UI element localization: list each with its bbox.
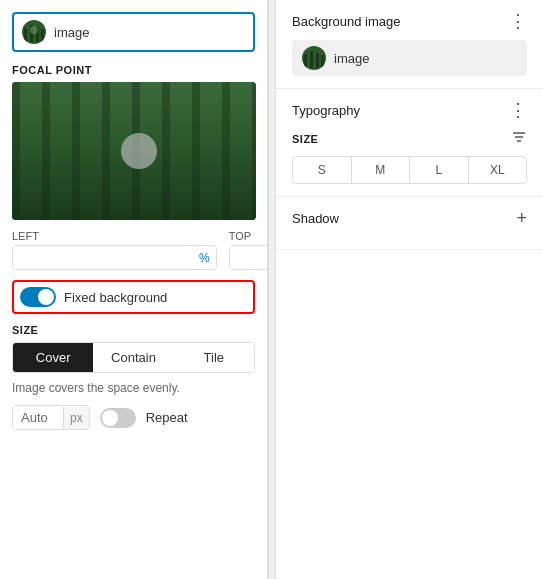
svg-point-5	[30, 26, 38, 34]
background-image-menu[interactable]: ⋮	[509, 12, 527, 30]
left-coord-input[interactable]	[13, 246, 193, 269]
size-btn-tile[interactable]: Tile	[174, 343, 254, 372]
fixed-background-toggle[interactable]	[20, 287, 56, 307]
svg-rect-8	[310, 51, 313, 68]
size-btn-cover[interactable]: Cover	[13, 343, 93, 372]
typography-header: Typography ⋮	[292, 101, 527, 119]
left-coord-input-wrap: %	[12, 245, 217, 270]
size-section-label: SIZE	[12, 324, 255, 336]
focal-point-label: FOCAL POINT	[12, 64, 255, 76]
size-opt-l[interactable]: L	[409, 157, 468, 183]
size-buttons: Cover Contain Tile	[12, 342, 255, 373]
image-selector-label: image	[54, 25, 89, 40]
typography-size-options: S M L XL	[292, 156, 527, 184]
background-image-item-label: image	[334, 51, 369, 66]
focal-point-container[interactable]	[12, 82, 256, 220]
svg-rect-9	[316, 53, 319, 68]
typography-section: Typography ⋮ SIZE S M L XL	[276, 89, 543, 197]
svg-rect-4	[41, 29, 44, 42]
focal-dot[interactable]	[121, 133, 157, 169]
repeat-toggle[interactable]	[100, 408, 136, 428]
size-hint: Image covers the space evenly.	[12, 381, 255, 395]
size-section: SIZE Cover Contain Tile Image covers the…	[12, 324, 255, 395]
left-coord-group: LEFT %	[12, 230, 217, 270]
size-opt-s[interactable]: S	[293, 157, 351, 183]
top-coord-label: TOP	[229, 230, 268, 242]
shadow-add-button[interactable]: +	[516, 209, 527, 227]
image-thumb	[22, 20, 46, 44]
repeat-label: Repeat	[146, 410, 188, 425]
filter-icon[interactable]	[511, 129, 527, 148]
top-coord-input[interactable]	[230, 246, 268, 269]
image-selector[interactable]: image	[12, 12, 255, 52]
panel-divider	[268, 0, 276, 579]
top-coord-group: TOP %	[229, 230, 268, 270]
background-image-item[interactable]: image	[292, 40, 527, 76]
background-image-section: Background image ⋮ image	[276, 0, 543, 89]
top-coord-input-wrap: %	[229, 245, 268, 270]
typography-size-row: SIZE	[292, 129, 527, 148]
fixed-background-label: Fixed background	[64, 290, 167, 305]
coords-row: LEFT % TOP %	[12, 230, 255, 270]
left-coord-label: LEFT	[12, 230, 217, 242]
typography-title: Typography	[292, 103, 360, 118]
background-image-header: Background image ⋮	[292, 12, 527, 30]
svg-rect-10	[321, 55, 324, 68]
auto-unit: px	[63, 407, 89, 429]
size-btn-contain[interactable]: Contain	[93, 343, 173, 372]
shadow-header: Shadow +	[292, 209, 527, 227]
right-panel: Background image ⋮ image Typography ⋮ SI…	[276, 0, 543, 579]
background-image-title: Background image	[292, 14, 400, 29]
typography-size-label: SIZE	[292, 133, 318, 145]
auto-repeat-row: px Repeat	[12, 405, 255, 430]
shadow-title: Shadow	[292, 211, 339, 226]
svg-rect-7	[304, 54, 307, 68]
toggle-track[interactable]	[20, 287, 56, 307]
size-opt-xl[interactable]: XL	[468, 157, 527, 183]
left-panel: image FOCAL POINT LEFT % TOP %	[0, 0, 268, 579]
background-image-item-thumb	[302, 46, 326, 70]
auto-input-wrap: px	[12, 405, 90, 430]
toggle-thumb	[38, 289, 54, 305]
size-opt-m[interactable]: M	[351, 157, 410, 183]
repeat-toggle-thumb	[102, 410, 118, 426]
left-coord-unit: %	[193, 247, 216, 269]
shadow-section: Shadow +	[276, 197, 543, 250]
svg-rect-1	[24, 28, 27, 42]
typography-menu[interactable]: ⋮	[509, 101, 527, 119]
fixed-background-row: Fixed background	[12, 280, 255, 314]
auto-input[interactable]	[13, 406, 63, 429]
